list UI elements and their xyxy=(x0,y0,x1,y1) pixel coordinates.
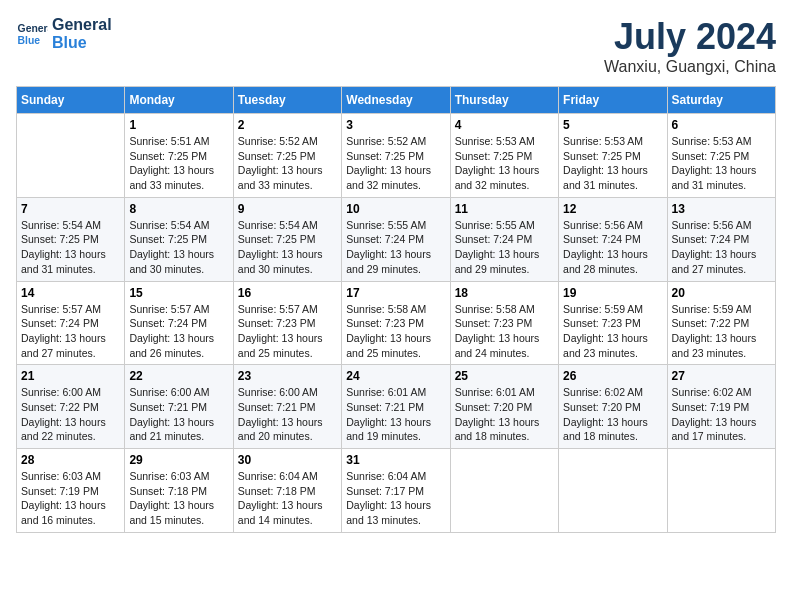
day-number: 9 xyxy=(238,202,337,216)
day-number: 20 xyxy=(672,286,771,300)
day-number: 16 xyxy=(238,286,337,300)
calendar-cell: 26Sunrise: 6:02 AMSunset: 7:20 PMDayligh… xyxy=(559,365,667,449)
day-number: 12 xyxy=(563,202,662,216)
week-row-4: 21Sunrise: 6:00 AMSunset: 7:22 PMDayligh… xyxy=(17,365,776,449)
calendar-cell: 27Sunrise: 6:02 AMSunset: 7:19 PMDayligh… xyxy=(667,365,775,449)
calendar-cell: 16Sunrise: 5:57 AMSunset: 7:23 PMDayligh… xyxy=(233,281,341,365)
day-number: 24 xyxy=(346,369,445,383)
day-info: Sunrise: 6:01 AMSunset: 7:20 PMDaylight:… xyxy=(455,385,554,444)
day-info: Sunrise: 6:02 AMSunset: 7:20 PMDaylight:… xyxy=(563,385,662,444)
day-info: Sunrise: 5:59 AMSunset: 7:23 PMDaylight:… xyxy=(563,302,662,361)
svg-text:General: General xyxy=(18,23,48,34)
calendar-cell xyxy=(450,449,558,533)
calendar-cell: 23Sunrise: 6:00 AMSunset: 7:21 PMDayligh… xyxy=(233,365,341,449)
calendar-cell: 12Sunrise: 5:56 AMSunset: 7:24 PMDayligh… xyxy=(559,197,667,281)
day-number: 7 xyxy=(21,202,120,216)
day-number: 2 xyxy=(238,118,337,132)
calendar-cell: 18Sunrise: 5:58 AMSunset: 7:23 PMDayligh… xyxy=(450,281,558,365)
day-info: Sunrise: 6:01 AMSunset: 7:21 PMDaylight:… xyxy=(346,385,445,444)
day-number: 4 xyxy=(455,118,554,132)
calendar-cell xyxy=(667,449,775,533)
day-info: Sunrise: 5:52 AMSunset: 7:25 PMDaylight:… xyxy=(346,134,445,193)
day-info: Sunrise: 6:00 AMSunset: 7:21 PMDaylight:… xyxy=(129,385,228,444)
calendar-cell: 4Sunrise: 5:53 AMSunset: 7:25 PMDaylight… xyxy=(450,114,558,198)
calendar-cell: 22Sunrise: 6:00 AMSunset: 7:21 PMDayligh… xyxy=(125,365,233,449)
page-header: General Blue General Blue July 2024 Wanx… xyxy=(16,16,776,76)
weekday-header-row: SundayMondayTuesdayWednesdayThursdayFrid… xyxy=(17,87,776,114)
day-number: 28 xyxy=(21,453,120,467)
day-info: Sunrise: 6:04 AMSunset: 7:17 PMDaylight:… xyxy=(346,469,445,528)
day-number: 22 xyxy=(129,369,228,383)
calendar-table: SundayMondayTuesdayWednesdayThursdayFrid… xyxy=(16,86,776,533)
day-info: Sunrise: 5:56 AMSunset: 7:24 PMDaylight:… xyxy=(672,218,771,277)
day-number: 1 xyxy=(129,118,228,132)
day-number: 21 xyxy=(21,369,120,383)
day-info: Sunrise: 5:54 AMSunset: 7:25 PMDaylight:… xyxy=(21,218,120,277)
calendar-cell: 17Sunrise: 5:58 AMSunset: 7:23 PMDayligh… xyxy=(342,281,450,365)
day-number: 23 xyxy=(238,369,337,383)
day-number: 18 xyxy=(455,286,554,300)
calendar-cell: 11Sunrise: 5:55 AMSunset: 7:24 PMDayligh… xyxy=(450,197,558,281)
day-info: Sunrise: 6:00 AMSunset: 7:22 PMDaylight:… xyxy=(21,385,120,444)
weekday-header-tuesday: Tuesday xyxy=(233,87,341,114)
calendar-cell: 15Sunrise: 5:57 AMSunset: 7:24 PMDayligh… xyxy=(125,281,233,365)
day-info: Sunrise: 5:57 AMSunset: 7:23 PMDaylight:… xyxy=(238,302,337,361)
weekday-header-monday: Monday xyxy=(125,87,233,114)
weekday-header-saturday: Saturday xyxy=(667,87,775,114)
day-info: Sunrise: 5:54 AMSunset: 7:25 PMDaylight:… xyxy=(129,218,228,277)
day-info: Sunrise: 5:55 AMSunset: 7:24 PMDaylight:… xyxy=(346,218,445,277)
day-info: Sunrise: 5:51 AMSunset: 7:25 PMDaylight:… xyxy=(129,134,228,193)
day-info: Sunrise: 6:00 AMSunset: 7:21 PMDaylight:… xyxy=(238,385,337,444)
day-info: Sunrise: 5:52 AMSunset: 7:25 PMDaylight:… xyxy=(238,134,337,193)
calendar-cell xyxy=(17,114,125,198)
day-info: Sunrise: 5:53 AMSunset: 7:25 PMDaylight:… xyxy=(672,134,771,193)
day-number: 5 xyxy=(563,118,662,132)
day-info: Sunrise: 5:54 AMSunset: 7:25 PMDaylight:… xyxy=(238,218,337,277)
day-info: Sunrise: 5:58 AMSunset: 7:23 PMDaylight:… xyxy=(346,302,445,361)
calendar-cell: 21Sunrise: 6:00 AMSunset: 7:22 PMDayligh… xyxy=(17,365,125,449)
calendar-cell: 6Sunrise: 5:53 AMSunset: 7:25 PMDaylight… xyxy=(667,114,775,198)
day-number: 6 xyxy=(672,118,771,132)
day-number: 17 xyxy=(346,286,445,300)
logo-text: General xyxy=(52,16,112,34)
location-title: Wanxiu, Guangxi, China xyxy=(604,58,776,76)
week-row-5: 28Sunrise: 6:03 AMSunset: 7:19 PMDayligh… xyxy=(17,449,776,533)
weekday-header-wednesday: Wednesday xyxy=(342,87,450,114)
calendar-cell: 1Sunrise: 5:51 AMSunset: 7:25 PMDaylight… xyxy=(125,114,233,198)
day-info: Sunrise: 5:57 AMSunset: 7:24 PMDaylight:… xyxy=(129,302,228,361)
day-info: Sunrise: 5:57 AMSunset: 7:24 PMDaylight:… xyxy=(21,302,120,361)
calendar-cell: 25Sunrise: 6:01 AMSunset: 7:20 PMDayligh… xyxy=(450,365,558,449)
weekday-header-friday: Friday xyxy=(559,87,667,114)
day-number: 27 xyxy=(672,369,771,383)
calendar-cell xyxy=(559,449,667,533)
calendar-cell: 9Sunrise: 5:54 AMSunset: 7:25 PMDaylight… xyxy=(233,197,341,281)
day-info: Sunrise: 5:55 AMSunset: 7:24 PMDaylight:… xyxy=(455,218,554,277)
day-info: Sunrise: 5:58 AMSunset: 7:23 PMDaylight:… xyxy=(455,302,554,361)
logo-icon: General Blue xyxy=(16,18,48,50)
calendar-cell: 29Sunrise: 6:03 AMSunset: 7:18 PMDayligh… xyxy=(125,449,233,533)
day-number: 11 xyxy=(455,202,554,216)
month-title: July 2024 xyxy=(604,16,776,58)
day-info: Sunrise: 5:59 AMSunset: 7:22 PMDaylight:… xyxy=(672,302,771,361)
logo: General Blue General Blue xyxy=(16,16,112,51)
day-info: Sunrise: 6:03 AMSunset: 7:19 PMDaylight:… xyxy=(21,469,120,528)
day-number: 26 xyxy=(563,369,662,383)
calendar-cell: 7Sunrise: 5:54 AMSunset: 7:25 PMDaylight… xyxy=(17,197,125,281)
calendar-cell: 10Sunrise: 5:55 AMSunset: 7:24 PMDayligh… xyxy=(342,197,450,281)
day-number: 14 xyxy=(21,286,120,300)
day-info: Sunrise: 5:53 AMSunset: 7:25 PMDaylight:… xyxy=(455,134,554,193)
calendar-cell: 14Sunrise: 5:57 AMSunset: 7:24 PMDayligh… xyxy=(17,281,125,365)
week-row-3: 14Sunrise: 5:57 AMSunset: 7:24 PMDayligh… xyxy=(17,281,776,365)
day-info: Sunrise: 6:02 AMSunset: 7:19 PMDaylight:… xyxy=(672,385,771,444)
calendar-cell: 28Sunrise: 6:03 AMSunset: 7:19 PMDayligh… xyxy=(17,449,125,533)
title-block: July 2024 Wanxiu, Guangxi, China xyxy=(604,16,776,76)
day-number: 25 xyxy=(455,369,554,383)
calendar-cell: 2Sunrise: 5:52 AMSunset: 7:25 PMDaylight… xyxy=(233,114,341,198)
day-number: 15 xyxy=(129,286,228,300)
calendar-cell: 30Sunrise: 6:04 AMSunset: 7:18 PMDayligh… xyxy=(233,449,341,533)
day-number: 19 xyxy=(563,286,662,300)
weekday-header-thursday: Thursday xyxy=(450,87,558,114)
day-number: 31 xyxy=(346,453,445,467)
day-number: 13 xyxy=(672,202,771,216)
day-number: 29 xyxy=(129,453,228,467)
